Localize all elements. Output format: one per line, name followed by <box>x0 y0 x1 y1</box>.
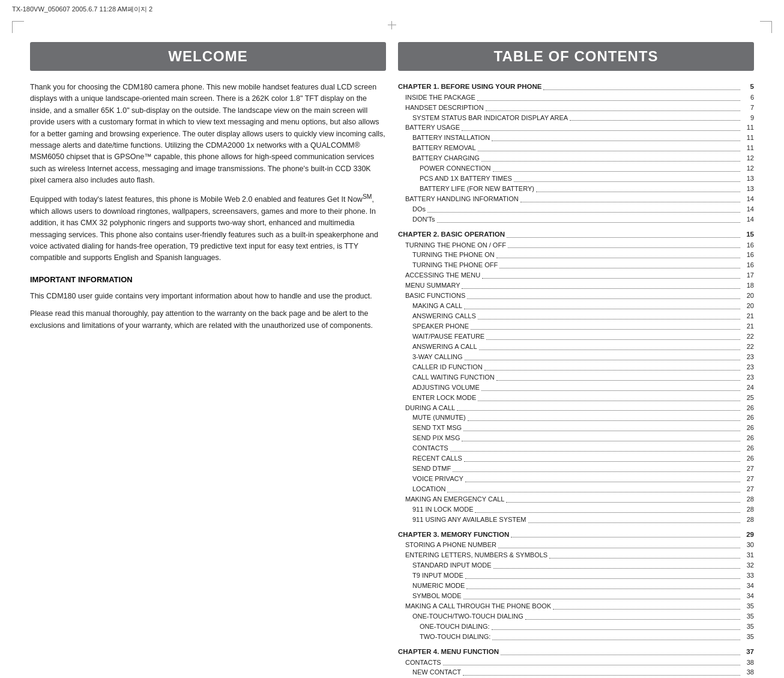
toc-item: MAKING A CALL20 <box>398 301 754 311</box>
toc-item-text: ENTER LOCK MODE <box>412 393 476 403</box>
toc-item-text: WAIT/PAUSE FEATURE <box>412 332 484 342</box>
important-para-2: Please read this manual thoroughly, pay … <box>30 308 386 331</box>
toc-item-page: 23 <box>742 363 754 372</box>
toc-dots <box>496 258 740 258</box>
toc-dots <box>543 89 740 90</box>
toc-item: DURING A CALL26 <box>398 404 754 413</box>
toc-dots <box>466 589 740 589</box>
toc-dots <box>468 420 740 421</box>
toc-item: ENTER LOCK MODE25 <box>398 393 754 403</box>
toc-item: NUMERIC MODE34 <box>398 581 754 591</box>
toc-item-text: SEND TXT MSG <box>412 423 462 433</box>
toc-dots <box>506 502 740 503</box>
toc-item-page: 7 <box>742 103 754 113</box>
toc-item-text: SEND PIX MSG <box>412 434 460 443</box>
toc-item-text: BASIC FUNCTIONS <box>405 291 465 301</box>
toc-chapter-page-4: 37 <box>742 647 754 657</box>
toc-item-text: DOs <box>412 205 426 214</box>
toc-item-text: BATTERY INSTALLATION <box>412 133 490 143</box>
toc-dots <box>437 222 740 223</box>
toc-item-page: 30 <box>742 540 754 550</box>
toc-dots <box>447 492 740 492</box>
toc-item-page: 25 <box>742 393 754 403</box>
toc-dots <box>499 268 740 268</box>
toc-item: TURNING THE PHONE ON16 <box>398 250 754 260</box>
toc-item: ANSWERING A CALL22 <box>398 342 754 352</box>
toc-item-text: CONTACTS <box>412 444 448 453</box>
center-mark-top <box>388 21 396 29</box>
toc-item-page: 26 <box>742 423 754 433</box>
toc-item-page: 13 <box>742 184 754 194</box>
toc-item: MAKING A CALL THROUGH THE PHONE BOOK35 <box>398 602 754 611</box>
toc-dots <box>464 309 740 309</box>
toc-dots <box>481 161 740 162</box>
toc-dots <box>457 410 740 411</box>
toc-dots <box>464 461 740 462</box>
toc-item: HANDSET DESCRIPTION7 <box>398 103 754 113</box>
toc-item-page: 26 <box>742 444 754 453</box>
toc-item-page: 20 <box>742 301 754 311</box>
toc-dots <box>493 568 740 569</box>
toc-item-page: 33 <box>742 571 754 581</box>
toc-item-page: 18 <box>742 281 754 291</box>
toc-dots <box>463 431 740 431</box>
toc-item-page: 21 <box>742 322 754 331</box>
toc-dots <box>553 609 740 610</box>
toc-dots <box>486 339 740 340</box>
toc-item-page: 28 <box>742 505 754 515</box>
toc-dots <box>536 192 740 192</box>
toc-item-text: MAKING A CALL <box>412 301 462 311</box>
toc-dots <box>484 370 740 371</box>
toc-item: LOCATION27 <box>398 485 754 494</box>
toc-dots <box>486 110 740 111</box>
toc-dots <box>511 537 740 537</box>
welcome-header: WELCOME <box>30 42 386 71</box>
toc-dots <box>471 329 740 330</box>
toc-chapter-2: CHAPTER 2. BASIC OPERATION15 <box>398 229 754 240</box>
toc-item-page: 17 <box>742 271 754 280</box>
toc-item-page: 21 <box>742 312 754 321</box>
toc-dots <box>462 130 740 131</box>
toc-dots <box>479 350 740 350</box>
toc-dots <box>477 100 740 101</box>
toc-item: BATTERY HANDLING INFORMATION14 <box>398 195 754 204</box>
toc-item-page: 20 <box>742 291 754 301</box>
toc-chapter-title-1: CHAPTER 1. BEFORE USING YOUR PHONE <box>398 82 541 92</box>
toc-item-text: DON'Ts <box>412 215 435 225</box>
toc-body: CHAPTER 1. BEFORE USING YOUR PHONE5INSID… <box>398 82 754 678</box>
toc-item: ACCESSING THE MENU17 <box>398 271 754 280</box>
toc-item-page: 23 <box>742 373 754 383</box>
toc-item: ADJUSTING VOLUME24 <box>398 383 754 393</box>
toc-item: TURNING THE PHONE ON / OFF16 <box>398 241 754 250</box>
toc-dots <box>493 171 740 172</box>
toc-dots <box>443 665 740 665</box>
toc-dots <box>478 401 740 401</box>
toc-dots <box>549 558 740 558</box>
toc-section: TABLE OF CONTENTS CHAPTER 1. BEFORE USIN… <box>398 42 754 678</box>
toc-item-page: 26 <box>742 454 754 464</box>
toc-item: SYSTEM STATUS BAR INDICATOR DISPLAY AREA… <box>398 114 754 123</box>
toc-item-text: STORING A PHONE NUMBER <box>405 540 496 550</box>
toc-item-text: 3-WAY CALLING <box>412 353 463 362</box>
toc-item-page: 11 <box>742 144 754 153</box>
toc-item: NEW CONTACT38 <box>398 668 754 677</box>
toc-item-text: MUTE (UNMUTE) <box>412 413 466 423</box>
toc-item: BATTERY CHARGING12 <box>398 154 754 163</box>
toc-dots <box>453 471 740 472</box>
toc-dots <box>463 675 740 676</box>
toc-item-text: ANSWERING A CALL <box>412 342 477 352</box>
toc-item: SEND DTMF27 <box>398 464 754 474</box>
toc-item-text: ONE-TOUCH DIALING: <box>420 622 490 632</box>
toc-item-page: 9 <box>742 114 754 123</box>
toc-item-text: BATTERY CHARGING <box>412 154 480 163</box>
toc-item-page: 24 <box>742 383 754 393</box>
toc-item: BATTERY REMOVAL11 <box>398 144 754 153</box>
toc-item-text: POWER CONNECTION <box>420 164 491 174</box>
toc-item-page: 6 <box>742 93 754 103</box>
toc-dots <box>462 288 740 289</box>
toc-dots <box>528 522 740 523</box>
toc-item-page: 11 <box>742 133 754 143</box>
toc-item-page: 27 <box>742 474 754 484</box>
toc-dots <box>465 578 740 579</box>
toc-dots <box>478 151 740 151</box>
